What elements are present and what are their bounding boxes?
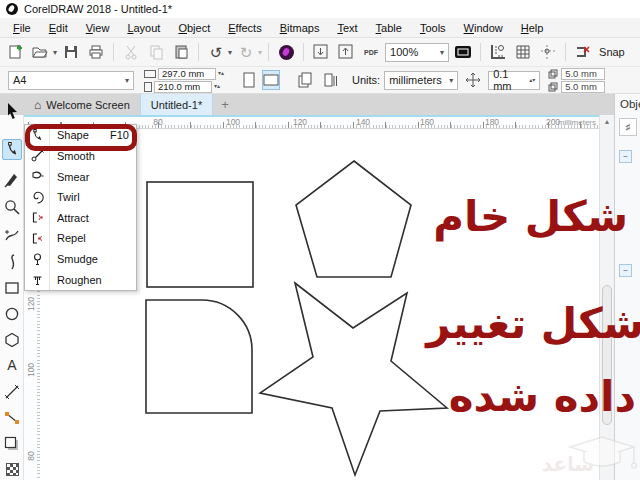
snap-to-label[interactable]: Snap (599, 46, 625, 58)
v-ruler-label: 120 (26, 291, 36, 317)
print-button[interactable] (85, 41, 107, 63)
portrait-button[interactable] (240, 70, 258, 90)
pick-tool[interactable] (2, 101, 22, 122)
new-document-button[interactable] (5, 41, 27, 63)
flyout-label: Repel (50, 232, 86, 244)
freehand-tool[interactable] (2, 224, 22, 245)
open-button[interactable] (30, 41, 52, 63)
undo-button[interactable]: ↺ (205, 41, 227, 63)
flyout-item-repel[interactable]: Repel (25, 228, 136, 249)
undo-dropdown-arrow[interactable]: ▾ (228, 48, 232, 57)
page-width-input[interactable]: 297.0 mm (158, 68, 216, 80)
menu-window[interactable]: Window (455, 20, 512, 36)
publish-pdf-button[interactable]: PDF (360, 41, 382, 63)
show-grid-button[interactable] (512, 41, 534, 63)
page-width-spinner[interactable]: ▾▴ (218, 71, 224, 76)
menu-table[interactable]: Table (367, 20, 411, 36)
crop-tool[interactable] (2, 169, 22, 190)
toolbar-separator (268, 43, 269, 61)
duplicate-y-input[interactable]: 5.0 mm (561, 81, 605, 93)
menu-help[interactable]: Help (512, 20, 553, 36)
watermark-text: ساعد (542, 452, 594, 476)
nudge-distance-value: 0.1 mm (493, 68, 529, 92)
import-button[interactable] (310, 41, 332, 63)
drop-shadow-tool[interactable] (2, 433, 22, 454)
flyout-item-attract[interactable]: Attract (25, 208, 136, 229)
show-guidelines-button[interactable] (537, 41, 559, 63)
units-select[interactable]: millimeters ▾ (384, 71, 458, 90)
two-point-line-tool[interactable] (2, 251, 22, 272)
page-size-preset-select[interactable]: A4 ▾ (8, 71, 134, 90)
watermark-logo: ساعد (540, 425, 640, 480)
shape-tool-selected[interactable] (2, 139, 22, 160)
docker-collapse-button[interactable]: − (619, 150, 632, 163)
app-launcher-button[interactable] (275, 41, 297, 63)
ellipse-tool[interactable] (2, 303, 22, 324)
polygon-tool[interactable] (2, 329, 22, 350)
standard-toolbar: ▾ ↺ ▾ ↻ ▾ PDF (0, 38, 640, 66)
units-label: Units: (352, 74, 380, 86)
menu-effects[interactable]: Effects (219, 20, 270, 36)
checkerboard-icon (6, 463, 19, 476)
flyout-item-smear[interactable]: Smear (25, 166, 136, 187)
connector-tool[interactable] (2, 407, 22, 428)
nudge-distance-input[interactable]: 0.1 mm ▴▾ (488, 71, 540, 90)
flyout-label: Twirl (50, 191, 80, 203)
tab-welcome-screen[interactable]: ⌂ Welcome Screen (24, 94, 140, 115)
v-ruler-label: 100 (26, 357, 36, 383)
annotation-highlight-rectangle (25, 124, 137, 151)
show-rulers-button[interactable] (487, 41, 509, 63)
docker-tab-icon[interactable]: ♯ (619, 118, 637, 136)
zoom-tool[interactable] (2, 196, 22, 217)
transparency-tool[interactable] (2, 459, 22, 480)
flyout-label: Smear (50, 171, 89, 183)
page-height-spinner[interactable]: ▾▴ (214, 84, 220, 89)
export-button[interactable] (335, 41, 357, 63)
snap-off-button[interactable] (572, 41, 594, 63)
menu-edit[interactable]: Edit (40, 20, 77, 36)
tab-untitled-document[interactable]: Untitled-1* (140, 94, 213, 115)
menu-text[interactable]: Text (328, 20, 366, 36)
coreldraw-window: CorelDRAW 2018 - Untitled-1* File Edit V… (0, 0, 640, 480)
scroll-up-arrow[interactable]: ▲ (600, 115, 614, 128)
menu-view[interactable]: View (77, 20, 119, 36)
menu-bitmaps[interactable]: Bitmaps (271, 20, 329, 36)
nudge-spinner[interactable]: ▴▾ (529, 78, 535, 83)
fullscreen-preview-button[interactable] (452, 41, 474, 63)
landscape-button[interactable] (262, 70, 280, 90)
coreldraw-logo-icon (6, 3, 18, 15)
rectangle-tool[interactable] (2, 277, 22, 298)
flyout-item-twirl[interactable]: Twirl (25, 187, 136, 208)
menu-tools[interactable]: Tools (411, 20, 455, 36)
all-pages-button[interactable] (294, 69, 316, 91)
new-document-tab-button[interactable]: + (213, 94, 237, 115)
tab-untitled-label: Untitled-1* (151, 99, 202, 111)
page-height-input[interactable]: 210.0 mm (154, 81, 212, 93)
annotation-changed-shape-label-line1: شکل تغییر (426, 303, 640, 345)
zoom-level-value: 100% (390, 46, 418, 58)
menu-layout[interactable]: Layout (118, 20, 169, 36)
tab-welcome-label: Welcome Screen (46, 99, 130, 111)
page-width-icon (144, 70, 156, 78)
text-tool[interactable]: A (2, 354, 22, 375)
ruler-unit-label: millimeters (558, 118, 596, 127)
open-dropdown-arrow[interactable]: ▾ (53, 48, 57, 57)
duplicate-x-input[interactable]: 5.0 mm (561, 68, 605, 80)
toolbar-separator (480, 43, 481, 61)
menu-object[interactable]: Object (169, 20, 219, 36)
attract-tool-icon (25, 208, 50, 229)
h-ruler-label: 160 (414, 117, 440, 127)
current-page-button[interactable] (320, 69, 342, 91)
toolbar-separator (565, 43, 566, 61)
paste-button[interactable] (170, 41, 192, 63)
menu-file[interactable]: File (4, 20, 40, 36)
objects-docker: Obje ♯ − − (614, 94, 640, 480)
dimension-tool[interactable] (2, 381, 22, 402)
twirl-tool-icon (25, 187, 50, 208)
zoom-level-select[interactable]: 100% ▾ (385, 43, 449, 62)
page-height-icon (144, 82, 152, 92)
flyout-item-smudge[interactable]: Smudge (25, 249, 136, 270)
flyout-item-roughen[interactable]: Roughen (25, 269, 136, 290)
save-button[interactable] (60, 41, 82, 63)
docker-collapse-button[interactable]: − (619, 264, 632, 277)
